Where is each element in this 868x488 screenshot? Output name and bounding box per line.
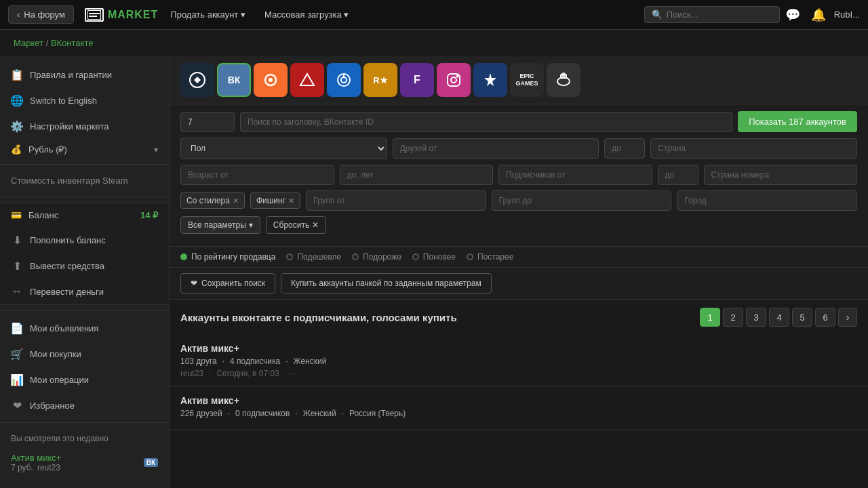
sidebar-item-transfer[interactable]: ↔ Перевести деньги: [0, 279, 169, 304]
sidebar-item-my-operations-label: Мои операции: [30, 375, 89, 385]
filter-row-3: [180, 165, 857, 185]
account-card-1-date: Сегодня, в 07:03: [216, 369, 279, 378]
sidebar-item-my-operations[interactable]: 📊 Мои операции: [0, 367, 169, 392]
forum-button[interactable]: ‹ На форум: [8, 5, 74, 24]
recent-item-title: Актив микс+: [11, 453, 138, 463]
language-icon: 🌐: [11, 94, 23, 106]
filter-row-tags: Со стилера ✕ Фишинг ✕: [180, 190, 857, 211]
heart-icon: ❤: [191, 279, 197, 288]
sort-oldest[interactable]: Постарее: [467, 252, 513, 262]
breadcrumb-root[interactable]: Маркет: [14, 38, 43, 48]
favorites-icon: ❤: [11, 399, 23, 411]
sidebar-item-settings[interactable]: ⚙️ Настройки маркета: [0, 113, 169, 139]
sort-cheapest[interactable]: Подешевле: [286, 252, 341, 262]
rockstar-platform-label: R★: [373, 75, 387, 85]
sidebar-divider-2: [0, 197, 169, 197]
platform-instagram[interactable]: [437, 63, 471, 97]
platform-epicgames[interactable]: EPICGAMES: [510, 63, 544, 97]
subs-from-input[interactable]: [498, 165, 652, 185]
friends-from-input[interactable]: [393, 138, 599, 159]
city-input[interactable]: [677, 190, 857, 211]
subs-to-input[interactable]: [658, 165, 698, 185]
country-number-input[interactable]: [704, 165, 858, 185]
platform-wot[interactable]: [547, 63, 580, 97]
sort-expensive-dot: [352, 253, 359, 260]
gender-select[interactable]: Пол Мужской Женский: [180, 138, 387, 159]
svg-point-12: [457, 76, 458, 77]
price-from-input[interactable]: [180, 112, 235, 132]
reset-button[interactable]: Сбросить ✕: [266, 216, 326, 234]
age-to-input[interactable]: [340, 165, 494, 185]
page-btn-4[interactable]: 4: [769, 308, 789, 327]
filter-tag-stiler-remove[interactable]: ✕: [233, 197, 239, 205]
account-card-1-separator: ·: [209, 369, 211, 378]
pagination-next[interactable]: ›: [838, 308, 857, 327]
svg-point-5: [269, 78, 273, 82]
sidebar-item-my-listings[interactable]: 📄 Мои объявления: [0, 315, 169, 341]
chat-icon[interactable]: 💬: [785, 7, 800, 22]
account-card-2-friends: 226 друзей: [180, 409, 222, 418]
accounts-title: Аккаунты вконтакте с подписчиками, голос…: [180, 312, 457, 323]
bell-icon[interactable]: 🔔: [811, 7, 826, 22]
page-btn-5[interactable]: 5: [792, 308, 812, 327]
account-card-1-footer: reut23 · Сегодня, в 07:03 ···: [180, 369, 857, 378]
sidebar-balance-section: 💳 Баланс 14 ₽ ⬇ Пополнить баланс ⬆ Вывес…: [0, 203, 169, 305]
svg-marker-13: [484, 73, 496, 86]
account-card-1[interactable]: Актив микс+ 103 друга · 4 подписчика · Ж…: [170, 335, 868, 387]
sell-account-menu[interactable]: Продать аккаунт ▾: [163, 6, 252, 23]
sort-newest-label: Поновее: [423, 252, 456, 262]
account-card-2-title: Актив микс+: [180, 395, 857, 406]
sidebar-item-withdraw[interactable]: ⬆ Вывести средства: [0, 253, 169, 279]
sidebar-item-favorites[interactable]: ❤ Избранное: [0, 392, 169, 418]
epicgames-platform-label: EPICGAMES: [515, 73, 538, 87]
search-box[interactable]: 🔍: [644, 6, 780, 23]
save-search-button[interactable]: ❤ Сохранить поиск: [180, 273, 275, 293]
sort-newest-dot: [412, 253, 419, 260]
sort-newest[interactable]: Поновее: [412, 252, 456, 262]
filter-tag-fishing[interactable]: Фишинг ✕: [250, 192, 300, 209]
show-accounts-button[interactable]: Показать 187 аккаунтов: [738, 111, 857, 132]
page-btn-1[interactable]: 1: [700, 308, 720, 327]
page-btn-2[interactable]: 2: [723, 308, 743, 327]
platform-rockstar[interactable]: R★: [363, 63, 397, 97]
sidebar-currency[interactable]: 💰 Рубль (₽): [0, 139, 169, 160]
balance-icon: 💳: [11, 210, 22, 220]
country-input[interactable]: [650, 138, 857, 159]
breadcrumb-current[interactable]: ВКонтакте: [51, 38, 94, 48]
recent-item-1[interactable]: Актив микс+ 7 руб. reut23 ВК: [11, 449, 158, 476]
search-input[interactable]: [667, 9, 772, 20]
search-title-input[interactable]: [240, 112, 732, 132]
platform-vk[interactable]: ВК: [217, 63, 251, 97]
sidebar-item-my-purchases[interactable]: 🛒 Мои покупки: [0, 341, 169, 367]
sidebar-item-topup[interactable]: ⬇ Пополнить баланс: [0, 227, 169, 253]
page-btn-6[interactable]: 6: [815, 308, 835, 327]
filter-tag-stiler[interactable]: Со стилера ✕: [180, 192, 245, 209]
page-btn-3[interactable]: 3: [746, 308, 766, 327]
filter-tag-fishing-remove[interactable]: ✕: [288, 197, 294, 205]
age-from-input[interactable]: [180, 165, 334, 185]
filter-row-2: Пол Мужской Женский: [180, 138, 857, 159]
platform-blizzard[interactable]: [473, 63, 507, 97]
account-card-2[interactable]: Актив микс+ 226 друзей · 0 подписчиков ·…: [170, 387, 868, 430]
sidebar-item-switch-language[interactable]: 🌐 Switch to English: [0, 87, 169, 113]
sort-expensive-label: Подороже: [363, 252, 401, 262]
user-label[interactable]: RubI...: [834, 9, 860, 20]
platform-fortnite[interactable]: F: [400, 63, 434, 97]
bulk-upload-menu[interactable]: Массовая загрузка ▾: [258, 6, 356, 23]
platform-steam[interactable]: [180, 63, 214, 97]
platform-origin[interactable]: [254, 63, 288, 97]
pagination: 1 2 3 4 5 6 ›: [700, 308, 857, 327]
sort-by-rating[interactable]: По рейтингу продавца: [180, 252, 275, 262]
groups-from-input[interactable]: [306, 190, 486, 211]
all-params-button[interactable]: Все параметры ▾: [180, 216, 260, 234]
sidebar-item-my-purchases-label: Мои покупки: [30, 349, 81, 359]
sidebar-item-rules[interactable]: 📋 Правила и гарантии: [0, 62, 169, 87]
svg-rect-2: [89, 16, 97, 17]
groups-to-input[interactable]: [492, 190, 672, 211]
sidebar-steam-cost[interactable]: Стоимость инвентаря Steam: [0, 169, 169, 192]
buy-bulk-button[interactable]: Купить аккаунты пачкой по заданным парам…: [281, 273, 492, 293]
sort-expensive[interactable]: Подороже: [352, 252, 401, 262]
friends-to-input[interactable]: [604, 138, 645, 159]
platform-uplay[interactable]: [327, 63, 361, 97]
platform-socialclub[interactable]: [290, 63, 324, 97]
